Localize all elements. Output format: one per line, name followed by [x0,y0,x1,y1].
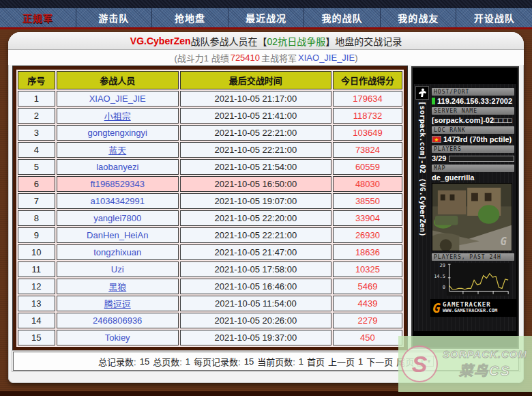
table-row: 8 yanglei7800 2021-10-05 22:20:00 33904 [18,210,402,226]
chevron-down-icon: ▼ [426,358,432,365]
player-link[interactable]: 腾逗逗 [104,299,131,309]
subtitle-prefix: (战斗力1 战绩 [174,51,228,64]
player-link[interactable]: ft1968529343 [90,179,145,189]
col-header-score: 今日作战得分 [333,71,402,89]
player-link[interactable]: Tokiey [105,333,130,343]
banner-left-strip: [sorpack.com]-02 (VG.CyberZen) [414,84,430,331]
next-page-link[interactable]: 下一页 [366,355,393,368]
cell-player: Tokiey [57,330,179,345]
table-row: 6 ft1968529343 2021-10-05 16:50:00 48030 [18,176,402,192]
map-name-value: de_guerrilla [432,173,514,182]
player-link[interactable]: Uzi [111,264,124,274]
nav-item[interactable]: 抢地盘 [151,8,228,27]
nav-item[interactable]: 我的战友 [380,8,456,27]
banner-main: HOST/PORT 119.246.156.33:27002 SERVER NA… [430,84,516,331]
cs-player-icon [415,86,429,100]
table-row: 9 DanHen_HeiAn 2021-10-05 22:21:00 26930 [18,227,402,243]
cell-time: 2021-10-05 21:54:00 [180,159,331,175]
status-online-icon [432,98,435,104]
gametracker-url: WWW.GAMETRACKER.COM [443,309,497,314]
gametracker-logo[interactable]: G GAMETRACKERWWW.GAMETRACKER.COM [430,299,516,317]
graph-tick-min: 0 [443,285,445,290]
table-row: 12 黑狼 2021-10-05 16:46:00 5469 [18,279,402,294]
cell-score: 450 [333,330,402,345]
server-name-value: [sorpack.com]-02□□□□ [432,116,514,124]
bottom-dark-strip [0,391,532,396]
server-name-label: SERVER NAME [432,107,514,115]
cell-score: 10325 [333,261,402,277]
table-row: 14 2466806936 2021-10-05 20:26:00 2279 [18,313,402,328]
cell-player: 腾逗逗 [57,296,179,311]
cell-time: 2021-10-05 17:58:00 [180,261,331,277]
player-link[interactable]: gongtengxingyi [87,128,147,138]
table-row: 2 小祖宗 2021-10-05 21:41:00 118732 [18,108,402,124]
cell-score: 4439 [333,296,402,311]
cell-serial: 14 [18,313,55,328]
nav-item[interactable]: 游击队 [76,8,152,27]
player-link[interactable]: DanHen_HeiAn [87,230,148,240]
svg-text:G: G [500,235,507,248]
cell-score: 18636 [333,244,402,260]
cell-serial: 11 [18,261,55,277]
last-page-link[interactable]: 尾页 [396,355,414,368]
cell-time: 2021-10-05 22:21:00 [180,227,331,243]
host-port-label: HOST/PORT [432,88,514,96]
first-page-link[interactable]: 首页 [307,355,325,368]
table-row: 10 tongzhixuan 2021-10-05 21:47:00 18636 [18,244,402,260]
cell-serial: 1 [18,91,55,107]
country-flag-icon: ★ [432,136,441,143]
cell-score: 5469 [333,279,402,294]
cell-serial: 8 [18,210,55,226]
player-link[interactable]: 2466806936 [93,315,142,326]
cell-time: 2021-10-05 21:17:00 [180,91,331,107]
cell-time: 2021-10-05 16:46:00 [180,279,331,294]
cell-player: 蓝天 [57,142,179,158]
prev-page-link[interactable]: 上一页 [328,355,355,368]
cell-player: gongtengxingyi [57,125,179,141]
player-link[interactable]: 黑狼 [108,282,126,292]
players-graph-line [449,274,508,289]
players-progress-bar [449,156,514,162]
gametracker-g-icon: G [432,302,441,314]
player-link[interactable]: 蓝天 [108,145,126,156]
page-background: VG.CyberZen战队参战人员在【02抗日战争服】地盘的交战记录 (战斗力1… [0,29,532,396]
col-header-name: 参战人员 [57,71,179,89]
cell-serial: 15 [18,330,55,345]
cell-time: 2021-10-05 21:41:00 [180,108,331,124]
table-row: 7 a1034342991 2021-10-05 19:07:00 38550 [18,193,402,209]
players-graph: 29 14.5 0 [432,263,514,296]
page-select-value: 1 [419,356,424,366]
cell-player: yanglei7800 [57,210,179,226]
cell-time: 2021-10-05 19:37:00 [180,330,331,345]
player-link[interactable]: laobanyezi [96,162,138,172]
player-link[interactable]: 小祖宗 [104,111,131,122]
general-link[interactable]: XIAO_JIE_JIE [298,53,355,63]
cell-player: ft1968529343 [57,176,179,192]
per-page-value: 15 [244,356,254,367]
nav-item[interactable]: 开设战队 [456,8,532,27]
table-row: 4 蓝天 2021-10-05 22:21:00 73824 [18,142,402,158]
player-link[interactable]: a1034342991 [90,196,145,206]
gametracker-banner[interactable]: [sorpack.com]-02 (VG.CyberZen) HOST/PORT… [414,84,516,331]
player-link[interactable]: XIAO_JIE_JIE [89,94,146,104]
total-pages-label: 总页数: [153,355,182,368]
page-number-link[interactable]: 1 [358,356,363,367]
cell-time: 2021-10-05 22:20:00 [180,210,331,226]
player-link[interactable]: tongzhixuan [93,247,141,257]
nav-item[interactable]: 我的战队 [304,8,380,27]
cell-time: 2021-10-05 22:21:00 [180,125,331,141]
per-page-label: 每页记录数: [194,355,241,368]
server-widget-box: [sorpack.com]-02 (VG.CyberZen) HOST/PORT… [411,66,519,349]
pagination-bar: 总记录数:15 总页数:1 每页记录数:15 当前页数:1 首页 上一页 1 下… [13,352,519,371]
table-row: 13 腾逗逗 2021-10-05 11:54:00 4439 [18,296,402,311]
host-port-value: 119.246.156.33:27002 [437,97,512,105]
nav-item[interactable]: 最近战况 [228,8,304,27]
nav-item[interactable]: 正规军 [0,8,76,27]
cell-score: 48030 [333,176,402,192]
players-count: 3/29 [432,154,446,162]
page-select[interactable]: 1▼ [417,356,434,367]
cell-time: 2021-10-05 11:54:00 [180,296,331,311]
player-link[interactable]: yanglei7800 [93,213,141,223]
cell-score: 2279 [333,313,402,328]
players-label: PLAYERS [432,145,514,153]
